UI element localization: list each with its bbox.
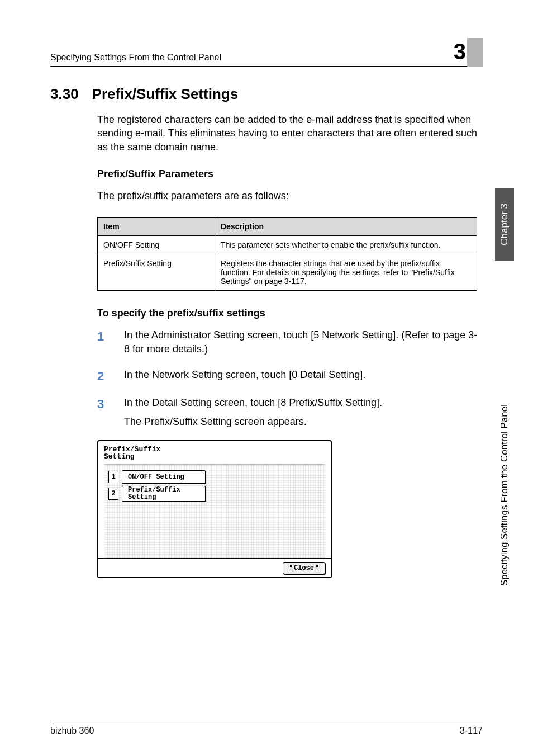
- cell-item: ON/OFF Setting: [98, 236, 215, 254]
- close-label: Close: [294, 564, 314, 572]
- step-subtext: The Prefix/Suffix Setting screen appears…: [124, 415, 483, 429]
- chapter-tab-box: [467, 38, 483, 67]
- col-description: Description: [215, 218, 477, 236]
- lcd-screenshot: Prefix/Suffix Setting 1 ON/OFF Setting 2…: [97, 440, 332, 578]
- step-number: 3: [97, 396, 108, 428]
- chapter-badge: 3: [457, 34, 483, 63]
- side-tab: Chapter 3 Specifying Settings From the C…: [495, 188, 514, 590]
- step: 1 In the Administrator Setting screen, t…: [97, 328, 483, 356]
- footer-page: 3-117: [460, 726, 483, 736]
- section-title: Prefix/Suffix Settings: [92, 86, 239, 103]
- side-section-label: Specifying Settings From the Control Pan…: [499, 404, 510, 586]
- cell-item: Prefix/Suffix Setting: [98, 254, 215, 291]
- side-chapter-label: Chapter 3: [499, 204, 510, 245]
- page-footer: bizhub 360 3-117: [50, 721, 483, 736]
- step-number: 1: [97, 328, 108, 356]
- step: 3 In the Detail Setting screen, touch [8…: [97, 396, 483, 428]
- step-text: In the Detail Setting screen, touch [8 P…: [124, 396, 483, 428]
- parameters-lead: The prefix/suffix parameters are as foll…: [97, 189, 483, 202]
- section-number: 3.30: [50, 86, 79, 103]
- col-item: Item: [98, 218, 215, 236]
- lcd-row: 2 Prefix/Suffix Setting: [108, 486, 321, 502]
- side-section-tab: Specifying Settings From the Control Pan…: [499, 261, 510, 590]
- footer-product: bizhub 360: [50, 726, 94, 736]
- table-row: ON/OFF Setting This parameter sets wheth…: [98, 236, 477, 254]
- step-number: 2: [97, 368, 108, 385]
- lcd-footer: Close: [98, 558, 331, 577]
- cell-description: This parameter sets whether to enable th…: [215, 236, 477, 254]
- section-heading: 3.30 Prefix/Suffix Settings: [50, 86, 483, 103]
- table-row: Prefix/Suffix Setting Registers the char…: [98, 254, 477, 291]
- step-text: In the Administrator Setting screen, tou…: [124, 328, 483, 356]
- lcd-row: 1 ON/OFF Setting: [108, 470, 321, 484]
- parameters-heading: Prefix/Suffix Parameters: [97, 168, 483, 180]
- chapter-number: 3: [454, 40, 466, 63]
- table-header-row: Item Description: [98, 218, 477, 236]
- step-text-main: In the Detail Setting screen, touch [8 P…: [124, 397, 382, 408]
- intro-paragraph: The registered characters can be added t…: [97, 113, 483, 154]
- step-list: 1 In the Administrator Setting screen, t…: [97, 328, 483, 429]
- running-title: Specifying Settings From the Control Pan…: [50, 53, 221, 63]
- lcd-title-line2: Setting: [104, 452, 135, 461]
- parameters-table: Item Description ON/OFF Setting This par…: [97, 217, 477, 291]
- procedure-heading: To specify the prefix/suffix settings: [97, 308, 483, 319]
- lcd-close-button[interactable]: Close: [283, 562, 325, 574]
- cell-description: Registers the character strings that are…: [215, 254, 477, 291]
- lcd-body: 1 ON/OFF Setting 2 Prefix/Suffix Setting: [104, 464, 325, 558]
- lcd-onoff-button[interactable]: ON/OFF Setting: [122, 470, 206, 484]
- lcd-row-number: 1: [108, 471, 118, 483]
- lcd-title: Prefix/Suffix Setting: [104, 446, 325, 461]
- lcd-row-number: 2: [108, 488, 118, 500]
- side-chapter-tab: Chapter 3: [495, 188, 514, 261]
- step-text: In the Network Setting screen, touch [0 …: [124, 368, 483, 385]
- lcd-prefixsuffix-button[interactable]: Prefix/Suffix Setting: [122, 486, 206, 502]
- step: 2 In the Network Setting screen, touch […: [97, 368, 483, 385]
- running-header: Specifying Settings From the Control Pan…: [50, 34, 483, 67]
